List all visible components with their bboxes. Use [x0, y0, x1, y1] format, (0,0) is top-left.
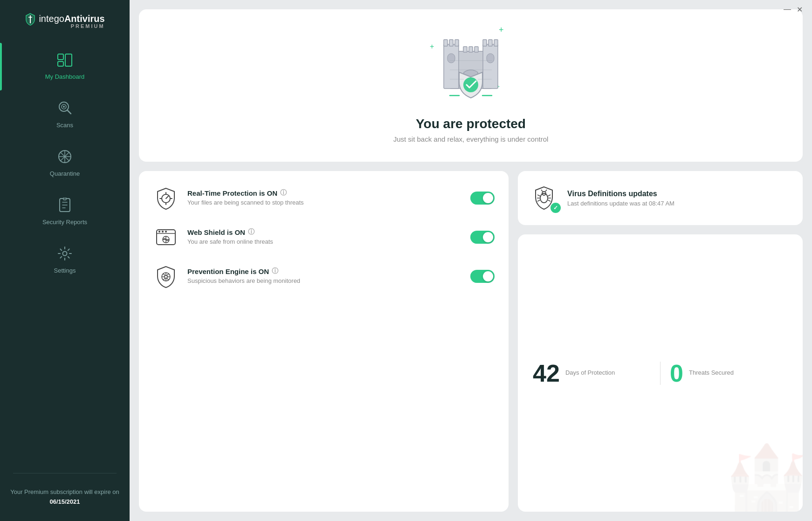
virus-def-icon-wrap: ✓ [531, 184, 559, 212]
reports-icon [58, 198, 71, 216]
svg-line-70 [548, 195, 551, 196]
subscription-info: Your Premium subscription will expire on… [1, 483, 129, 521]
svg-line-67 [537, 195, 540, 196]
svg-rect-24 [455, 40, 459, 46]
svg-rect-33 [487, 54, 494, 63]
svg-text:+: + [499, 25, 504, 34]
prevention-toggle[interactable] [470, 270, 495, 283]
settings-icon [57, 246, 72, 264]
sidebar-divider [13, 473, 117, 473]
svg-rect-3 [58, 62, 63, 66]
realtime-info: Real-Time Protection is ON ⓘ Your files … [187, 189, 462, 207]
svg-line-74 [545, 190, 547, 192]
webshield-item: Web Shield is ON ⓘ You are safe from onl… [153, 224, 495, 250]
bottom-row: Real-Time Protection is ON ⓘ Your files … [139, 171, 803, 512]
sidebar-item-scans[interactable]: Scans [0, 90, 130, 139]
stats-castle-bg: 🏰 [726, 439, 803, 512]
days-count: 42 [533, 361, 560, 385]
svg-line-73 [541, 190, 543, 192]
protection-card: Real-Time Protection is ON ⓘ Your files … [139, 171, 509, 512]
realtime-info-icon: ⓘ [280, 189, 287, 197]
sidebar: integoAntivirus PREMIUM My Dashboard [0, 0, 130, 521]
svg-line-61 [164, 274, 165, 276]
realtime-desc: Your files are being scanned to stop thr… [187, 199, 462, 207]
svg-rect-21 [444, 44, 459, 89]
stats-card: 42 Days of Protection 0 Threats Secured … [518, 234, 803, 512]
svg-point-8 [63, 106, 65, 108]
threats-stat: 0 Threats Secured [670, 361, 788, 385]
prevention-info: Prevention Engine is ON ⓘ Suspicious beh… [187, 267, 462, 285]
svg-rect-31 [475, 47, 478, 52]
svg-line-7 [67, 110, 71, 114]
threats-label: Threats Secured [689, 369, 734, 377]
sidebar-item-settings[interactable]: Settings [0, 236, 130, 284]
right-cards: ✓ Virus Definitions updates Last definit… [518, 171, 803, 512]
main-content: — ✕ + + + [130, 0, 812, 521]
realtime-icon-wrap [153, 185, 179, 211]
close-button[interactable]: ✕ [797, 5, 803, 14]
svg-point-34 [463, 77, 478, 92]
svg-line-69 [537, 200, 540, 201]
threats-count: 0 [670, 361, 683, 385]
castle-illustration: + + + [424, 23, 517, 107]
svg-line-64 [164, 278, 165, 280]
webshield-info-icon: ⓘ [248, 228, 255, 236]
svg-rect-25 [483, 44, 498, 89]
virus-def-title: Virus Definitions updates [567, 190, 674, 198]
quarantine-label: Quarantine [50, 170, 80, 177]
svg-rect-28 [494, 40, 498, 46]
dashboard-icon [57, 53, 73, 70]
sidebar-navigation: My Dashboard Scans [0, 43, 130, 468]
svg-rect-4 [65, 54, 72, 66]
svg-rect-32 [447, 54, 455, 63]
svg-rect-30 [469, 47, 473, 52]
virus-check-badge: ✓ [551, 203, 561, 213]
svg-point-56 [165, 275, 167, 278]
svg-text:+: + [430, 42, 434, 50]
svg-rect-29 [463, 47, 467, 52]
svg-point-49 [158, 231, 160, 233]
security-reports-label: Security Reports [42, 219, 87, 226]
svg-point-51 [165, 231, 167, 233]
prevention-icon-wrap [153, 263, 179, 289]
svg-line-72 [548, 200, 551, 201]
title-bar: — ✕ [774, 0, 812, 19]
webshield-title: Web Shield is ON ⓘ [187, 228, 462, 236]
webshield-icon-wrap [153, 224, 179, 250]
subscription-date: 06/15/2021 [49, 498, 80, 505]
svg-line-46 [166, 196, 168, 199]
scans-icon [58, 101, 72, 119]
svg-line-63 [167, 274, 169, 276]
minimize-button[interactable]: — [784, 5, 791, 14]
webshield-info: Web Shield is ON ⓘ You are safe from onl… [187, 228, 462, 246]
webshield-toggle[interactable] [470, 231, 495, 244]
prevention-info-icon: ⓘ [272, 267, 278, 275]
logo-icon [25, 13, 36, 29]
svg-point-50 [162, 231, 164, 233]
realtime-toggle[interactable] [470, 192, 495, 205]
hero-title: You are protected [416, 117, 526, 131]
svg-rect-22 [444, 40, 447, 46]
dashboard-label: My Dashboard [45, 73, 85, 80]
realtime-title: Real-Time Protection is ON ⓘ [187, 189, 462, 197]
prevention-item: Prevention Engine is ON ⓘ Suspicious beh… [153, 263, 495, 289]
days-stat: 42 Days of Protection [533, 361, 651, 385]
hero-card: + + + [139, 9, 803, 162]
prevention-desc: Suspicious behaviors are being monitored [187, 277, 462, 285]
sidebar-item-quarantine[interactable]: Quarantine [0, 139, 130, 187]
settings-label: Settings [54, 267, 76, 274]
webshield-desc: You are safe from online threats [187, 238, 462, 246]
prevention-title: Prevention Engine is ON ⓘ [187, 267, 462, 275]
svg-rect-2 [58, 54, 63, 60]
app-logo: integoAntivirus PREMIUM [0, 0, 130, 43]
scans-label: Scans [56, 122, 73, 129]
svg-rect-26 [483, 40, 487, 46]
sidebar-item-security-reports[interactable]: Security Reports [0, 187, 130, 236]
svg-rect-27 [489, 40, 492, 46]
stat-divider [660, 362, 661, 385]
realtime-protection-item: Real-Time Protection is ON ⓘ Your files … [153, 185, 495, 211]
quarantine-icon [57, 149, 72, 167]
days-label: Days of Protection [565, 369, 615, 377]
svg-point-16 [63, 252, 67, 256]
sidebar-item-dashboard[interactable]: My Dashboard [0, 43, 130, 90]
